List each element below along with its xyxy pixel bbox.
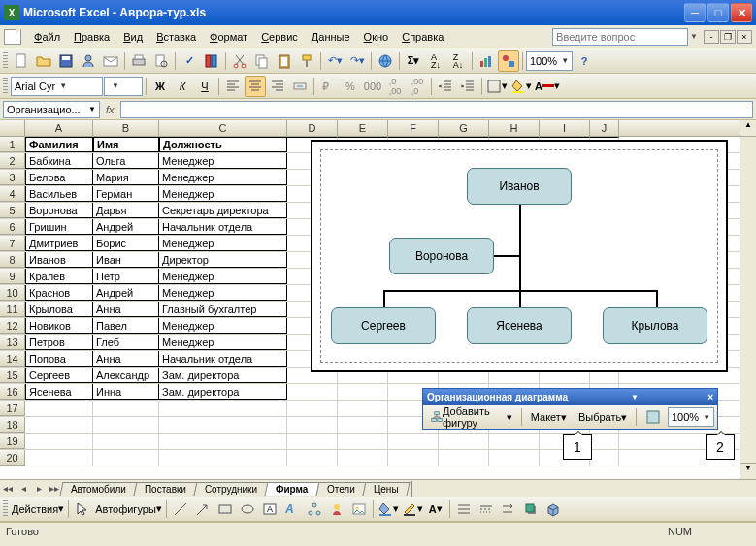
sheet-tab-4[interactable]: Отели xyxy=(315,482,366,496)
actions-menu[interactable]: Действия ▾ xyxy=(11,498,65,520)
col-header-G[interactable]: G xyxy=(439,120,489,136)
menu-справка[interactable]: Справка xyxy=(395,28,450,46)
cell-C14[interactable]: Начальник отдела xyxy=(159,351,287,367)
cell-A15[interactable]: Сергеев xyxy=(25,368,93,383)
cell-G19[interactable] xyxy=(439,434,489,449)
3d-button[interactable] xyxy=(542,498,564,520)
help-question-input[interactable] xyxy=(552,28,688,46)
col-header-I[interactable]: I xyxy=(540,120,590,136)
cell-C15[interactable]: Зам. директора xyxy=(159,368,287,383)
shadow-button[interactable] xyxy=(520,498,542,520)
align-center-button[interactable] xyxy=(245,76,266,97)
menu-формат[interactable]: Формат xyxy=(203,28,254,46)
percent-button[interactable]: % xyxy=(340,76,361,97)
bold-button[interactable]: Ж xyxy=(149,76,171,97)
org-node-bottom-1[interactable]: Сергеев xyxy=(331,307,436,344)
wordart-button[interactable]: A xyxy=(281,498,303,520)
row-header-5[interactable]: 5 xyxy=(0,203,25,218)
cell-J19[interactable] xyxy=(590,434,619,449)
menu-окно[interactable]: Окно xyxy=(357,28,396,46)
fill-color-draw-button[interactable]: ▾ xyxy=(377,498,400,520)
cell-A1[interactable]: Фамилия xyxy=(25,137,93,152)
cell-B16[interactable]: Инна xyxy=(93,384,159,400)
undo-button[interactable]: ↶▾ xyxy=(324,50,345,72)
cell-C19[interactable] xyxy=(159,434,287,449)
save-button[interactable] xyxy=(55,50,77,72)
org-chart-object[interactable]: Иванов Воронова Сергеев Ясенева Крылова xyxy=(311,140,728,372)
cell-B8[interactable]: Иван xyxy=(93,252,159,268)
cell-B11[interactable]: Анна xyxy=(93,302,159,317)
cell-B12[interactable]: Павел xyxy=(93,318,159,334)
currency-button[interactable]: ₽ xyxy=(317,76,339,97)
cell-C9[interactable]: Менеджер xyxy=(159,269,287,284)
cell-A9[interactable]: Кралев xyxy=(25,269,93,284)
cell-C7[interactable]: Менеджер xyxy=(159,236,287,251)
cell-D16[interactable] xyxy=(287,384,338,400)
vertical-scrollbar[interactable]: ▲ ▼ xyxy=(740,120,756,479)
autoformat-button[interactable] xyxy=(641,407,666,427)
cell-A5[interactable]: Воронова xyxy=(25,203,93,218)
copy-button[interactable] xyxy=(251,50,273,72)
clipart-button[interactable] xyxy=(326,498,347,520)
cell-C1[interactable]: Должность xyxy=(159,137,287,152)
cell-A13[interactable]: Петров xyxy=(25,335,93,350)
cell-A6[interactable]: Гришин xyxy=(25,219,93,235)
org-chart-toolbar[interactable]: Организационная диаграмма ▼ × Добавить ф… xyxy=(422,388,718,430)
research-button[interactable] xyxy=(201,50,222,72)
close-button[interactable]: ✕ xyxy=(731,3,752,22)
row-header-12[interactable]: 12 xyxy=(0,318,25,334)
decrease-decimal-button[interactable]: ,00,0 xyxy=(407,76,428,97)
cell-B19[interactable] xyxy=(93,434,159,449)
cell-G20[interactable] xyxy=(439,450,489,466)
cut-button[interactable] xyxy=(229,50,250,72)
col-header-J[interactable]: J xyxy=(590,120,619,136)
cell-J20[interactable] xyxy=(590,450,619,466)
diagram-button[interactable] xyxy=(304,498,325,520)
menu-вставка[interactable]: Вставка xyxy=(149,28,203,46)
cell-C8[interactable]: Директор xyxy=(159,252,287,268)
row-header-9[interactable]: 9 xyxy=(0,269,25,284)
cell-D18[interactable] xyxy=(287,417,338,433)
cell-B10[interactable]: Андрей xyxy=(93,285,159,301)
cell-C10[interactable]: Менеджер xyxy=(159,285,287,301)
row-header-14[interactable]: 14 xyxy=(0,351,25,367)
menu-правка[interactable]: Правка xyxy=(67,28,116,46)
cell-E17[interactable] xyxy=(338,401,388,416)
decrease-indent-button[interactable] xyxy=(435,76,456,97)
row-header-17[interactable]: 17 xyxy=(0,401,25,416)
menu-сервис[interactable]: Сервис xyxy=(254,28,305,46)
menu-вид[interactable]: Вид xyxy=(116,28,149,46)
row-header-6[interactable]: 6 xyxy=(0,219,25,235)
line-color-button[interactable]: ▾ xyxy=(401,498,424,520)
align-left-button[interactable] xyxy=(222,76,244,97)
horizontal-scrollbar[interactable] xyxy=(411,481,756,497)
row-header-7[interactable]: 7 xyxy=(0,236,25,251)
org-toolbar-close[interactable]: × xyxy=(707,392,713,402)
cell-F19[interactable] xyxy=(388,434,439,449)
autoshapes-menu[interactable]: Автофигуры ▾ xyxy=(94,498,163,520)
cell-B15[interactable]: Александр xyxy=(93,368,159,383)
org-node-top[interactable]: Иванов xyxy=(467,168,572,205)
cell-C6[interactable]: Начальник отдела xyxy=(159,219,287,235)
cell-E19[interactable] xyxy=(338,434,388,449)
cell-D17[interactable] xyxy=(287,401,338,416)
mdi-restore[interactable]: ❐ xyxy=(720,30,736,44)
cell-E18[interactable] xyxy=(338,417,388,433)
cell-A12[interactable]: Новиков xyxy=(25,318,93,334)
layout-button[interactable]: Макет ▾ xyxy=(526,407,572,427)
menu-данные[interactable]: Данные xyxy=(305,28,357,46)
cell-B17[interactable] xyxy=(93,401,159,416)
increase-indent-button[interactable] xyxy=(457,76,478,97)
open-button[interactable] xyxy=(33,50,54,72)
cell-C18[interactable] xyxy=(159,417,287,433)
row-header-18[interactable]: 18 xyxy=(0,417,25,433)
cell-D19[interactable] xyxy=(287,434,338,449)
row-header-20[interactable]: 20 xyxy=(0,450,25,466)
cell-B3[interactable]: Мария xyxy=(93,170,159,185)
help-button[interactable]: ? xyxy=(574,50,595,72)
cell-A10[interactable]: Краснов xyxy=(25,285,93,301)
fx-label[interactable]: fx xyxy=(106,104,115,115)
cell-B5[interactable]: Дарья xyxy=(93,203,159,218)
font-color-draw-button[interactable]: A▾ xyxy=(425,498,446,520)
cell-A18[interactable] xyxy=(25,417,93,433)
